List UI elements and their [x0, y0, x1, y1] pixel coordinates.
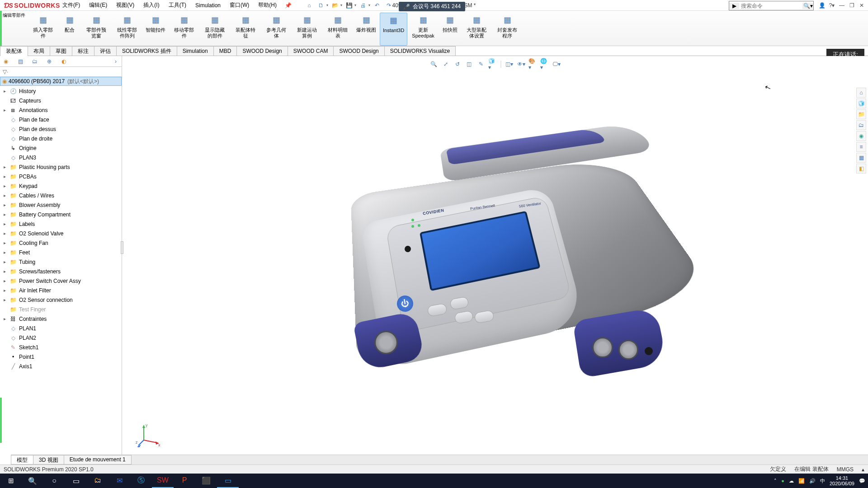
- ribbon-hidden-comp[interactable]: ▦显示隐藏的部件: [200, 13, 230, 46]
- tree-item-plan-de-dessus[interactable]: ◇Plan de dessus: [0, 124, 122, 134]
- user-icon[interactable]: 👤: [817, 1, 826, 10]
- ribbon-snapshot[interactable]: ▦拍快照: [439, 13, 461, 46]
- zoom-area-icon[interactable]: ⤢: [441, 60, 450, 69]
- dyn-annot-icon[interactable]: ✎: [476, 60, 486, 69]
- tree-item-labels[interactable]: ▸📁Labels: [0, 219, 122, 229]
- tray-volume-icon[interactable]: 🔊: [809, 478, 816, 484]
- minimize-icon[interactable]: —: [837, 1, 846, 10]
- tree-item-capteurs[interactable]: 🗠Capteurs: [0, 96, 122, 105]
- tray-cloud-icon[interactable]: ☁: [789, 478, 794, 484]
- ribbon-mate[interactable]: ▦配合: [59, 13, 80, 46]
- open-icon[interactable]: 📂: [330, 0, 340, 10]
- print-icon[interactable]: 🖨: [358, 0, 368, 10]
- tree-item-blower-assembly[interactable]: ▸📁Blower Assembly: [0, 200, 122, 210]
- feature-tree-icon[interactable]: ◉: [2, 57, 10, 66]
- menu-file[interactable]: 文件(F): [58, 0, 85, 11]
- tree-item-feet[interactable]: ▸📁Feet: [0, 248, 122, 257]
- tree-item-pcbas[interactable]: ▸📁PCBAs: [0, 172, 122, 181]
- ribbon-move-comp[interactable]: ▦移动零部件: [169, 13, 199, 46]
- config-manager-icon[interactable]: 🗂: [31, 57, 39, 66]
- home-icon[interactable]: ⌂: [304, 0, 314, 10]
- ribbon-instant3d[interactable]: ▦Instant3D: [380, 13, 407, 46]
- tree-item-screws-fasteners[interactable]: ▸📁Screws/fasteners: [0, 267, 122, 276]
- taskpane-explorer-icon[interactable]: 🗂: [856, 120, 866, 130]
- tree-item-air-inlet-filter[interactable]: ▸📁Air Inlet Filter: [0, 286, 122, 295]
- tray-ime[interactable]: 中: [820, 478, 825, 484]
- ribbon-ref-geom[interactable]: ▦参考几何体: [261, 13, 291, 46]
- taskpane-library-icon[interactable]: 📁: [856, 109, 866, 119]
- tree-item-origine[interactable]: ↳Origine: [0, 143, 122, 153]
- cortana-icon[interactable]: ○: [43, 474, 65, 488]
- camtasia-icon[interactable]: ⬛: [195, 474, 217, 488]
- task-view-icon[interactable]: ▭: [65, 474, 87, 488]
- outlook-icon[interactable]: ✉: [108, 474, 130, 488]
- menu-pin-icon[interactable]: 📌: [281, 2, 295, 9]
- ribbon-smart-fastener[interactable]: ▦智能扣件: [143, 13, 168, 46]
- tree-item-annotations[interactable]: ▸🗉Annotations: [0, 105, 122, 115]
- search-input[interactable]: [739, 1, 802, 10]
- tree-item-plan1[interactable]: ◇PLAN1: [0, 324, 122, 333]
- bottom-tab-模型[interactable]: 模型: [11, 455, 33, 465]
- skype-icon[interactable]: Ⓢ: [130, 474, 152, 488]
- tab-solidworks-visualize[interactable]: SOLIDWORKS Visualize: [384, 46, 456, 56]
- tree-item-contraintes[interactable]: ▸⛓Contraintes: [0, 314, 122, 324]
- ribbon-bom[interactable]: ▦材料明细表: [323, 13, 353, 46]
- tray-chevron-icon[interactable]: ˄: [774, 478, 777, 484]
- menu-insert[interactable]: 插入(I): [139, 0, 164, 11]
- meeting-overlay[interactable]: 🎤 会议号 346 451 244: [399, 2, 465, 11]
- tab-simulation[interactable]: Simulation: [177, 46, 214, 56]
- taskpane-resources-icon[interactable]: 🧊: [856, 99, 866, 108]
- bottom-tab-3d-视图[interactable]: 3D 视图: [33, 455, 64, 465]
- prev-view-icon[interactable]: ↺: [453, 60, 462, 69]
- dimxpert-icon[interactable]: ⊕: [45, 57, 53, 66]
- help-icon[interactable]: ?▾: [827, 1, 836, 10]
- taskpane-custom-icon[interactable]: ▦: [856, 153, 866, 163]
- tree-item-o2-solenoid-valve[interactable]: ▸📁O2 Solenoid Valve: [0, 229, 122, 238]
- panel-filter[interactable]: ▽·: [0, 67, 122, 77]
- tab-solidworks-插件[interactable]: SOLIDWORKS 插件: [116, 46, 177, 56]
- tree-item-o2-sensor-connection[interactable]: ▸📁O2 Sensor connection: [0, 295, 122, 305]
- tree-item-axis1[interactable]: ╱Axis1: [0, 361, 122, 371]
- panel-splitter[interactable]: [121, 241, 123, 254]
- tray-wifi-icon[interactable]: 📶: [798, 478, 805, 484]
- restore-icon[interactable]: ❐: [847, 1, 856, 10]
- taskpane-home-icon[interactable]: ⌂: [856, 88, 866, 98]
- menu-help[interactable]: 帮助(H): [254, 0, 281, 11]
- tree-item-history[interactable]: ▸🕘History: [0, 86, 122, 96]
- tab-swood-design[interactable]: SWOOD Design: [333, 46, 384, 56]
- powerpoint-icon[interactable]: P: [174, 474, 195, 488]
- tree-item-plan-de-droite[interactable]: ◇Plan de droite: [0, 134, 122, 143]
- tree-item-test-finger[interactable]: 📁Test Finger: [0, 305, 122, 314]
- hide-show-icon[interactable]: 👁▾: [517, 60, 526, 69]
- appearance-icon[interactable]: 🎨▾: [528, 60, 538, 69]
- tab-mbd[interactable]: MBD: [213, 46, 237, 56]
- scene-icon[interactable]: 🌐▾: [540, 60, 549, 69]
- tree-item-tubing[interactable]: ▸📁Tubing: [0, 257, 122, 267]
- taskpane-view-icon[interactable]: ◉: [856, 131, 866, 141]
- tree-item-cooling-fan[interactable]: ▸📁Cooling Fan: [0, 238, 122, 248]
- tab-评估[interactable]: 评估: [94, 46, 117, 56]
- view-settings-icon[interactable]: 🖵▾: [552, 60, 561, 69]
- property-manager-icon[interactable]: ▤: [16, 57, 24, 66]
- ribbon-comp-preview[interactable]: ▦零部件预览窗: [81, 13, 111, 46]
- view-triad[interactable]: y x z: [136, 421, 163, 448]
- view-orient-icon[interactable]: 🧊▾: [488, 60, 497, 69]
- tab-swood-cam[interactable]: SWOOD CAM: [288, 46, 334, 56]
- meeting-app-icon[interactable]: ▭: [217, 474, 239, 488]
- menu-simulation[interactable]: Simulation: [191, 0, 225, 11]
- ribbon-linear-pattern[interactable]: ▦线性零部件阵列: [112, 13, 142, 46]
- tree-item-plan-de-face[interactable]: ◇Plan de face: [0, 115, 122, 124]
- tab-装配体[interactable]: 装配体: [0, 46, 28, 56]
- search-play-icon[interactable]: ▶: [729, 3, 739, 9]
- explorer-icon[interactable]: 🗂: [87, 474, 108, 488]
- ribbon-new-motion[interactable]: ▦新建运动算例: [292, 13, 322, 46]
- solidworks-app-icon[interactable]: SW: [152, 474, 174, 488]
- tree-item-battery-compartment[interactable]: ▸📁Battery Compartment: [0, 210, 122, 219]
- menu-view[interactable]: 视图(V): [112, 0, 139, 11]
- new-icon[interactable]: 🗋: [316, 0, 326, 10]
- tray-notifications-icon[interactable]: 💬: [859, 478, 865, 484]
- section-view-icon[interactable]: ◫: [465, 60, 474, 69]
- tree-item-cables-wires[interactable]: ▸📁Cables / Wires: [0, 191, 122, 200]
- taskpane-forum-icon[interactable]: ◧: [856, 164, 866, 174]
- display-style-icon[interactable]: ◫▾: [505, 60, 514, 69]
